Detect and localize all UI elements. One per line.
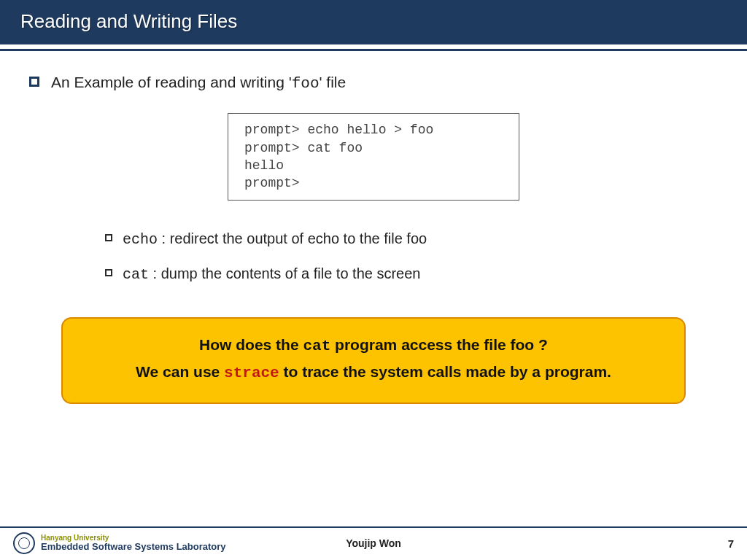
code-line: prompt> [244,174,503,192]
slide-footer: Hanyang University Embedded Software Sys… [0,526,747,560]
square-bullet-icon [29,77,39,87]
callout-line-1: How does the cat program access the file… [77,332,670,359]
lab-text: Hanyang University Embedded Software Sys… [41,534,226,552]
slide-title: Reading and Writing Files [20,10,237,32]
bullet-main: An Example of reading and writing 'foo' … [29,71,718,94]
university-seal-icon [13,532,35,554]
sub-bullet: cat : dump the contents of a file to the… [105,263,718,285]
bullet-code: foo [292,75,320,92]
lab-name: Embedded Software Systems Laboratory [41,542,226,552]
sub-bullet-list: echo : redirect the output of echo to th… [105,228,718,285]
footer-page-number: 7 [728,537,734,550]
square-bullet-icon [105,234,112,241]
callout-text: program access the file foo ? [330,336,548,353]
footer-author: Youjip Won [346,537,401,549]
code-line: prompt> echo hello > foo [244,121,503,139]
callout-code: cat [303,338,330,354]
code-line: hello [244,157,503,174]
sub-text: echo : redirect the output of echo to th… [123,228,427,250]
sub-cmd: echo [123,231,158,248]
code-block: prompt> echo hello > foo prompt> cat foo… [228,113,519,200]
slide-body: An Example of reading and writing 'foo' … [0,51,747,560]
square-bullet-icon [105,269,112,276]
sub-desc: : dump the contents of a file to the scr… [149,265,420,281]
sub-bullet: echo : redirect the output of echo to th… [105,228,718,250]
callout-box: How does the cat program access the file… [61,317,686,404]
bullet-prefix: An Example of reading and writing ' [51,74,292,90]
callout-line-2: We can use strace to trace the system ca… [77,359,670,386]
slide: Reading and Writing Files An Example of … [0,0,747,560]
sub-text: cat : dump the contents of a file to the… [123,263,420,285]
sub-cmd: cat [123,266,149,283]
callout-text: How does the [199,336,303,353]
footer-left: Hanyang University Embedded Software Sys… [13,532,226,554]
sub-desc: : redirect the output of echo to the fil… [158,230,427,246]
bullet-suffix: ' file [320,74,347,90]
bullet-text: An Example of reading and writing 'foo' … [51,71,346,94]
callout-code-highlight: strace [224,365,279,381]
code-line: prompt> cat foo [244,139,503,157]
callout-text: We can use [136,363,224,380]
callout-text: to trace the system calls made by a prog… [279,363,611,380]
slide-title-bar: Reading and Writing Files [0,0,747,44]
